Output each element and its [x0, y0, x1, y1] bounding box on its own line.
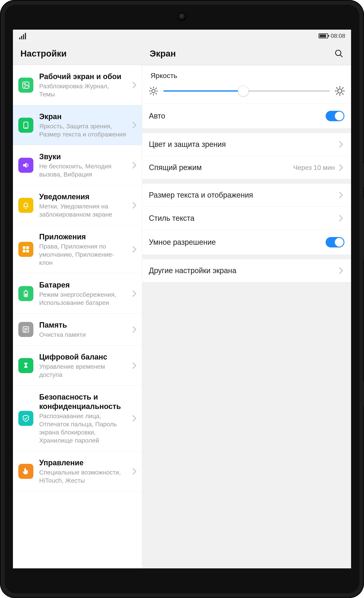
chevron-right-icon [132, 81, 138, 89]
hand-icon [18, 464, 33, 479]
row-label: Стиль текста [149, 214, 194, 223]
display-icon [18, 118, 33, 133]
row-label: Спящий режим [149, 163, 202, 172]
slider-thumb[interactable] [238, 85, 249, 96]
row-color-eye-comfort[interactable]: Цвет и защита зрения [142, 133, 351, 156]
sidebar-item-apps[interactable]: ПриложенияПрава, Приложения по умолчанию… [13, 225, 142, 274]
clock: 08:08 [331, 33, 345, 39]
detail-pane: Яркость [142, 65, 351, 568]
svg-point-7 [24, 83, 26, 85]
svg-line-28 [150, 93, 151, 94]
brightness-slider-row [142, 84, 351, 103]
brightness-slider[interactable] [163, 90, 330, 91]
svg-line-36 [342, 93, 343, 94]
tablet-device-frame: 08:08 Настройки Экран Рабочий экран и об… [0, 0, 364, 598]
brightness-panel: Яркость [142, 65, 351, 129]
brightness-high-icon [335, 86, 345, 96]
svg-rect-16 [25, 294, 27, 296]
apps-icon [18, 242, 33, 257]
svg-line-37 [337, 93, 337, 94]
row-text-display-size[interactable]: Размер текста и отображения [142, 184, 351, 207]
svg-line-38 [342, 88, 343, 89]
sidebar-item-storage[interactable]: ПамятьОчистка памяти [13, 314, 142, 346]
sidebar-item-title: Приложения [39, 232, 126, 241]
sound-icon [18, 158, 33, 173]
svg-rect-13 [26, 250, 29, 252]
svg-rect-3 [25, 33, 26, 39]
sidebar-item-battery[interactable]: БатареяРежим энергосбережения, Использов… [13, 274, 142, 314]
sidebar-item-subtitle: Управление временем доступа [39, 362, 126, 379]
svg-point-30 [338, 89, 342, 93]
chevron-right-icon [339, 191, 344, 199]
sidebar-item-subtitle: Очистка памяти [39, 331, 126, 339]
svg-rect-11 [26, 246, 29, 249]
brightness-label: Яркость [142, 65, 351, 84]
sidebar-item-bell[interactable]: УведомленияМетки, Уведомления на заблоки… [13, 185, 142, 225]
sidebar-item-sound[interactable]: ЗвукиНе беспокоить, Мелодия вызова, Вибр… [13, 145, 142, 185]
svg-rect-2 [23, 34, 24, 39]
row-label: Умное разрешение [149, 238, 216, 247]
brightness-low-icon [148, 86, 158, 96]
row-sleep[interactable]: Спящий режим Через 10 мин [142, 156, 351, 179]
svg-line-29 [156, 88, 157, 89]
chevron-right-icon [132, 415, 138, 422]
sidebar-item-subtitle: Не беспокоить, Мелодия вызова, Вибрация [39, 162, 126, 178]
sleep-value: Через 10 мин [293, 164, 335, 172]
auto-brightness-toggle[interactable] [326, 111, 344, 121]
page-title-detail: Экран [150, 49, 176, 59]
sidebar-item-title: Уведомления [39, 192, 126, 201]
signal-icon [19, 31, 28, 41]
chevron-right-icon [339, 215, 344, 222]
row-text-style[interactable]: Стиль текста [142, 207, 351, 230]
svg-rect-10 [23, 246, 25, 249]
sidebar-item-subtitle: Распознавание лица, Отпечаток пальца, Па… [39, 412, 126, 444]
chevron-right-icon [339, 267, 344, 274]
sidebar-item-title: Управление [39, 458, 126, 467]
sidebar-item-wallpaper[interactable]: Рабочий экран и обоиРазблокировка Журнал… [13, 65, 142, 105]
svg-rect-1 [21, 36, 22, 39]
chevron-right-icon [132, 362, 138, 369]
sidebar-item-display[interactable]: ЭкранЯркость, Защита зрения, Размер текс… [13, 105, 142, 145]
row-label: Авто [149, 112, 165, 120]
sidebar-item-hand[interactable]: УправлениеСпециальные возможности, HiTou… [13, 451, 142, 491]
status-bar: 08:08 [13, 30, 351, 42]
row-label: Цвет и защита зрения [149, 140, 226, 149]
sidebar-item-title: Цифровой баланс [39, 352, 126, 362]
svg-rect-6 [23, 82, 29, 88]
sidebar-item-subtitle: Разблокировка Журнал, Темы [39, 82, 126, 98]
storage-icon [18, 322, 33, 337]
page-title-settings: Настройки [13, 42, 142, 65]
chevron-right-icon [132, 121, 138, 129]
sidebar-item-subtitle: Режим энергосбережения, Использование ба… [39, 291, 126, 307]
row-auto-brightness[interactable]: Авто [142, 103, 351, 128]
sidebar-item-shield[interactable]: Безопасность и конфиденциальностьРаспозн… [13, 386, 142, 451]
hourglass-icon [18, 358, 33, 373]
sidebar-item-title: Безопасность и конфиденциальность [39, 392, 126, 411]
battery-icon [18, 286, 33, 301]
search-icon[interactable] [334, 49, 344, 58]
sidebar-item-title: Память [39, 320, 126, 330]
row-label: Размер текста и отображения [149, 191, 253, 199]
row-smart-resolution[interactable]: Умное разрешение [142, 230, 351, 255]
chevron-right-icon [132, 202, 138, 209]
sidebar-item-hourglass[interactable]: Цифровой балансУправление временем досту… [13, 346, 142, 386]
sidebar-item-title: Рабочий экран и обои [39, 72, 126, 81]
svg-point-4 [336, 50, 341, 56]
screen: 08:08 Настройки Экран Рабочий экран и об… [13, 30, 351, 568]
row-other-display-settings[interactable]: Другие настройки экрана [142, 259, 351, 282]
svg-line-26 [150, 88, 151, 89]
svg-rect-0 [19, 37, 20, 39]
svg-line-27 [156, 93, 157, 94]
chevron-right-icon [132, 468, 138, 475]
svg-rect-12 [23, 250, 25, 252]
settings-sidebar: Рабочий экран и обоиРазблокировка Журнал… [13, 65, 142, 568]
chevron-right-icon [132, 326, 138, 333]
smart-resolution-toggle[interactable] [326, 237, 344, 248]
wallpaper-icon [18, 78, 33, 93]
chevron-right-icon [339, 164, 344, 171]
shield-icon [18, 411, 33, 426]
sidebar-item-subtitle: Специальные возможности, HiTouch, Жесты [39, 468, 126, 484]
sidebar-item-subtitle: Яркость, Защита зрения, Размер текста и … [39, 122, 126, 138]
sidebar-item-subtitle: Метки, Уведомления на заблокированном эк… [39, 202, 126, 218]
svg-line-35 [337, 88, 337, 89]
